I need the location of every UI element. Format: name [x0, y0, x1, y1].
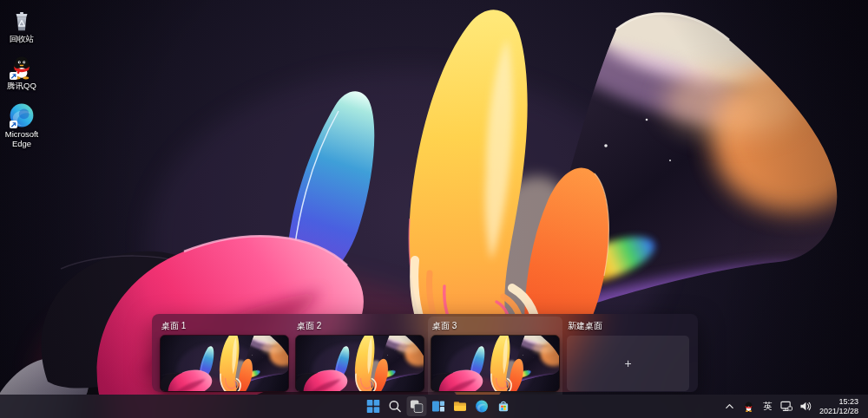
edge-icon	[476, 400, 489, 413]
new-desktop-label: 新建桌面	[568, 320, 688, 332]
desktop-icon-label: Microsoft Edge	[2, 129, 42, 148]
system-tray: 英 15:23 2021/12/	[721, 395, 868, 418]
desktop-1-thumbnail[interactable]	[161, 336, 288, 391]
microsoft-store-button[interactable]	[494, 396, 514, 416]
virtual-desktop-3-active[interactable]: 桌面 3	[428, 317, 562, 399]
task-view-panel: 桌面 1 桌面 2 桌面 3 新建桌面 +	[152, 314, 698, 392]
widgets-icon	[432, 400, 445, 413]
desktop-icon-recycle-bin[interactable]: 回收站	[2, 7, 42, 43]
file-explorer-button[interactable]	[450, 396, 470, 416]
microsoft-store-icon	[497, 400, 510, 413]
new-desktop[interactable]: 新建桌面 +	[563, 317, 693, 399]
tray-chevron-button[interactable]	[721, 397, 738, 415]
desktop-2-label: 桌面 2	[297, 320, 423, 332]
tray-qq-button[interactable]	[740, 397, 757, 415]
file-explorer-icon	[454, 400, 467, 413]
qq-icon	[9, 54, 35, 80]
ime-indicator[interactable]: 英	[760, 397, 776, 415]
shortcut-arrow-icon	[10, 72, 17, 80]
desktop-icon-label: 腾讯QQ	[2, 81, 42, 90]
desktop-icon-label: 回收站	[2, 34, 42, 43]
start-button[interactable]	[364, 396, 384, 416]
qq-tray-icon	[743, 401, 754, 412]
recycle-bin-icon	[9, 7, 35, 33]
windows-desktop: 回收站 腾讯QQ	[0, 0, 868, 418]
shortcut-arrow-icon	[10, 121, 17, 128]
tray-date: 2021/12/28	[819, 407, 858, 416]
chevron-up-icon	[725, 402, 734, 411]
speaker-icon	[799, 401, 812, 412]
clock[interactable]: 15:23 2021/12/28	[817, 397, 861, 415]
desktop-2-thumbnail[interactable]	[296, 336, 424, 391]
edge-icon	[9, 102, 35, 128]
desktop-3-thumbnail[interactable]	[431, 336, 559, 391]
task-view-icon	[411, 400, 424, 413]
desktop-3-label: 桌面 3	[432, 320, 558, 332]
desktop-icon-qq[interactable]: 腾讯QQ	[2, 54, 42, 90]
tray-time: 15:23	[819, 397, 858, 407]
network-button[interactable]	[779, 397, 795, 415]
network-ethernet-icon	[780, 401, 792, 412]
taskbar: 英 15:23 2021/12/	[0, 395, 868, 418]
new-desktop-button[interactable]: +	[567, 336, 689, 391]
search-button[interactable]	[385, 396, 405, 416]
windows-logo-icon	[367, 400, 380, 413]
edge-button[interactable]	[472, 396, 492, 416]
widgets-button[interactable]	[429, 396, 449, 416]
virtual-desktop-2[interactable]: 桌面 2	[293, 317, 427, 399]
search-icon	[389, 400, 402, 413]
plus-icon: +	[624, 356, 631, 370]
virtual-desktop-1[interactable]: 桌面 1	[157, 317, 292, 399]
taskbar-center	[364, 395, 514, 418]
desktop-1-label: 桌面 1	[161, 320, 287, 332]
desktop-icon-edge[interactable]: Microsoft Edge	[2, 102, 42, 148]
task-view-button[interactable]	[407, 396, 427, 416]
volume-button[interactable]	[798, 397, 814, 415]
